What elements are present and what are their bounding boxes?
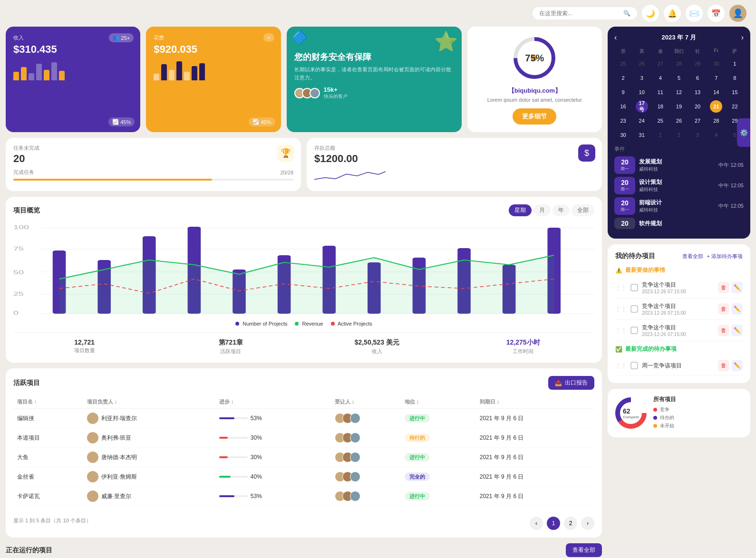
cal-day-8[interactable]: 8: [728, 72, 741, 84]
todo-edit-2[interactable]: ✏️: [731, 303, 743, 315]
page-2-button[interactable]: 2: [564, 517, 577, 530]
bar-1: [13, 72, 19, 80]
cal-day-22[interactable]: 22: [728, 100, 741, 113]
cal-day-12[interactable]: 12: [673, 86, 685, 98]
cal-day-prev-28[interactable]: 28: [673, 58, 685, 70]
page-1-button[interactable]: 1: [547, 517, 560, 530]
todo-checkbox-3[interactable]: [630, 327, 638, 334]
cell-owner-1: 奥利弗·班亚: [83, 428, 215, 448]
cal-day-9[interactable]: 9: [617, 86, 630, 98]
cal-day-27[interactable]: 27: [691, 115, 704, 127]
circle-desc: Lorem ipsum dolor sat amet, consectetur: [487, 97, 582, 103]
cal-day-10[interactable]: 10: [636, 86, 648, 98]
calendar-prev-button[interactable]: ‹: [614, 33, 617, 42]
todo-delete-3[interactable]: 🗑: [718, 325, 729, 336]
stat-hours-label: 工作时间: [452, 348, 595, 355]
cal-day-prev-29[interactable]: 29: [691, 58, 704, 70]
expenses-add-btn[interactable]: +: [263, 33, 274, 42]
todo-checkbox-4[interactable]: [630, 362, 638, 369]
todo-edit-4[interactable]: ✏️: [731, 360, 743, 371]
cal-day-3[interactable]: 3: [636, 72, 648, 84]
cal-day-20[interactable]: 20: [691, 100, 704, 113]
cal-day-28[interactable]: 28: [710, 115, 722, 127]
export-button[interactable]: 📤 出口报告: [548, 376, 594, 390]
view-all-running-button[interactable]: 查看全部: [566, 543, 602, 557]
stat-hours: 12,275小时 工作时间: [452, 338, 595, 355]
cal-day-25[interactable]: 25: [654, 115, 667, 127]
cell-name-1: 本道项目: [13, 428, 83, 448]
cal-day-19[interactable]: 19: [673, 100, 685, 113]
cal-day-next-4[interactable]: 4: [710, 129, 722, 141]
tab-week[interactable]: 星期: [509, 204, 532, 216]
bar-3: [29, 73, 34, 80]
cal-day-24[interactable]: 24: [636, 115, 648, 127]
next-page-button[interactable]: ›: [581, 517, 594, 530]
cal-day-16[interactable]: 16: [617, 100, 630, 113]
cal-day-15[interactable]: 15: [728, 86, 741, 98]
cal-day-14[interactable]: 14: [710, 86, 722, 98]
cal-day-2[interactable]: 2: [617, 72, 630, 84]
cal-day-21[interactable]: 21: [710, 100, 722, 113]
progress-pct-3: 40%: [251, 473, 262, 480]
search-input[interactable]: [539, 10, 620, 17]
cal-day-30[interactable]: 30: [617, 129, 630, 141]
calendar-button[interactable]: 📅: [708, 5, 725, 22]
add-todo-link[interactable]: + 添加待办事项: [707, 253, 743, 260]
todo-edit-1[interactable]: ✏️: [731, 282, 743, 293]
todo-checkbox-1[interactable]: [630, 284, 638, 291]
cal-day-4[interactable]: 4: [654, 72, 667, 84]
cal-day-prev-27[interactable]: 27: [654, 58, 667, 70]
owner-name-0: 利亚邦·瑞查尔: [101, 414, 137, 423]
cal-day-13[interactable]: 13: [691, 86, 704, 98]
tab-all[interactable]: 全部: [572, 204, 594, 216]
event-4-date: 20: [614, 218, 635, 229]
svg-text:50: 50: [13, 270, 24, 275]
calendar-next-button[interactable]: ›: [741, 33, 744, 42]
table-row: 本道项目 奥利弗·班亚 30%: [13, 428, 594, 448]
savings-label: 存款总额: [314, 144, 594, 152]
table-row: 大鱼 唐纳德·本杰明 30%: [13, 448, 594, 467]
todo-delete-2[interactable]: 🗑: [718, 303, 729, 315]
cal-day-prev-25[interactable]: 25: [617, 58, 630, 70]
cal-day-1[interactable]: 1: [728, 58, 741, 70]
theme-toggle-button[interactable]: 🌙: [642, 5, 659, 22]
cal-day-next-2[interactable]: 2: [673, 129, 685, 141]
todo-checkbox-2[interactable]: [630, 305, 638, 313]
progress-bar-1: [219, 437, 248, 439]
cal-day-next-1[interactable]: 1: [654, 129, 667, 141]
view-all-todo-link[interactable]: 查看全部: [682, 253, 703, 260]
mail-button[interactable]: ✉️: [686, 5, 703, 22]
donut-center: 62 Compete: [623, 407, 639, 419]
status-badge-1: 待行的: [405, 433, 430, 442]
prev-page-button[interactable]: ‹: [530, 517, 543, 530]
cal-day-prev-26[interactable]: 26: [636, 58, 648, 70]
cal-day-6[interactable]: 6: [691, 72, 704, 84]
todo-delete-4[interactable]: 🗑: [718, 360, 729, 371]
cal-day-18[interactable]: 18: [654, 100, 667, 113]
cal-day-26[interactable]: 26: [673, 115, 685, 127]
cal-day-next-3[interactable]: 3: [691, 129, 704, 141]
cal-label-tu: 途: [651, 47, 669, 56]
cal-day-11[interactable]: 11: [654, 86, 667, 98]
todo-delete-1[interactable]: 🗑: [718, 282, 729, 293]
user-avatar[interactable]: 👤: [729, 5, 746, 22]
tab-year[interactable]: 年: [552, 204, 570, 216]
cal-day-prev-30[interactable]: 30: [710, 58, 722, 70]
tab-month[interactable]: 月: [533, 204, 551, 216]
overview-title: 项目概览: [13, 206, 40, 215]
col-progress: 进步 ↕: [215, 395, 331, 409]
cal-day-5[interactable]: 5: [673, 72, 685, 84]
detail-button[interactable]: 更多细节: [513, 108, 556, 125]
bar-6: [51, 62, 57, 80]
tasks-sub: 完成任务: [13, 169, 34, 176]
check-icon: ✅: [615, 346, 622, 353]
cell-progress-0: 53%: [215, 409, 331, 428]
todo-edit-3[interactable]: ✏️: [731, 325, 743, 336]
cal-day-7[interactable]: 7: [710, 72, 722, 84]
calendar-settings-button[interactable]: ⚙️: [737, 118, 750, 147]
progress-bar-0: [219, 417, 248, 419]
cal-day-23[interactable]: 23: [617, 115, 630, 127]
cal-day-31[interactable]: 31: [636, 129, 648, 141]
cal-day-17[interactable]: 17号: [636, 100, 648, 113]
notifications-button[interactable]: 🔔: [664, 5, 681, 22]
